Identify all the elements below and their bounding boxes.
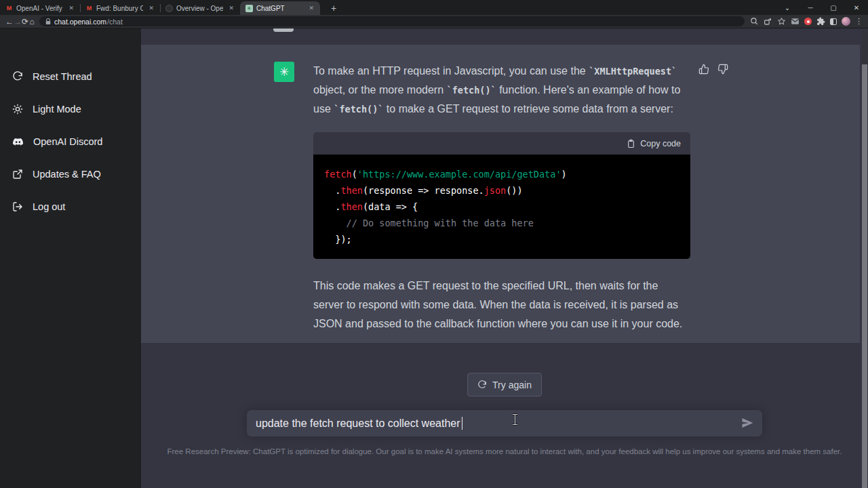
address-bar[interactable]: chat.openai.com/chat <box>39 16 745 26</box>
profile-avatar[interactable] <box>842 17 850 26</box>
footer-disclaimer: Free Research Preview: ChatGPT is optimi… <box>152 447 857 455</box>
forward-icon[interactable]: → <box>14 17 22 26</box>
thumbs-down-icon[interactable] <box>717 64 728 75</box>
share-icon[interactable] <box>764 17 772 26</box>
assistant-paragraph-1: To make an HTTP request in Javascript, y… <box>313 62 690 119</box>
browser-menu-icon[interactable]: ⋮ <box>855 17 863 26</box>
inline-code: `fetch()` <box>447 85 496 96</box>
url-host: chat.openai.com <box>54 18 106 26</box>
back-icon[interactable]: ← <box>5 17 14 26</box>
chat-input-value: update the fetch request to collect weat… <box>256 418 460 430</box>
code-content: fetch('https://www.example.com/api/getDa… <box>313 155 690 259</box>
reset-icon <box>12 71 23 82</box>
tab-title: Overview - OpenAI API <box>176 5 223 12</box>
tab-title: Fwd: Bunbury Cleaning // Web C <box>96 5 143 12</box>
clipboard-icon <box>627 139 635 148</box>
maximize-button[interactable]: ▢ <box>822 0 845 15</box>
close-icon[interactable]: ✕ <box>307 4 316 12</box>
mail-extension-icon[interactable] <box>791 17 800 26</box>
sidebar-item-light-mode[interactable]: Light Mode <box>5 95 136 123</box>
text-caret <box>462 417 463 430</box>
sidebar-item-reset-thread[interactable]: Reset Thread <box>5 62 136 91</box>
code-block: Copy code fetch('https://www.example.com… <box>313 132 690 259</box>
red-extension-icon[interactable] <box>804 18 812 25</box>
home-icon[interactable]: ⌂ <box>28 17 35 26</box>
minimize-button[interactable]: ─ <box>799 0 822 15</box>
bookmark-star-icon[interactable] <box>777 17 786 26</box>
try-again-label: Try again <box>492 380 532 390</box>
scrollbar-thumb[interactable] <box>862 64 867 488</box>
discord-icon <box>12 136 24 148</box>
chat-main: ✳ To make an HTTP request in Javascript,… <box>141 28 868 488</box>
sidebar-item-label: Reset Thread <box>33 71 92 82</box>
tab-title: OpenAI - Verify your email - rail <box>16 5 63 12</box>
extensions-puzzle-icon[interactable] <box>816 17 825 26</box>
assistant-paragraph-2: This code makes a GET request to the spe… <box>313 277 690 333</box>
sidebar-item-openai-discord[interactable]: OpenAI Discord <box>5 127 136 156</box>
tab-gmail-fwd[interactable]: M Fwd: Bunbury Cleaning // Web C ✕ <box>80 1 160 15</box>
assistant-message-row: ✳ To make an HTTP request in Javascript,… <box>141 45 860 343</box>
user-avatar-partial <box>273 28 294 32</box>
refresh-icon <box>477 380 487 390</box>
code-block-header: Copy code <box>313 132 690 155</box>
inline-code: `fetch()` <box>334 104 383 115</box>
copy-code-button[interactable]: Copy code <box>640 134 681 153</box>
sidebar-item-log-out[interactable]: Log out <box>5 192 136 221</box>
gmail-icon: M <box>85 5 93 12</box>
contrast-extension-icon[interactable] <box>830 18 837 25</box>
openai-dark-icon <box>165 5 173 12</box>
close-icon[interactable]: ✕ <box>146 4 156 12</box>
sidebar-item-label: Log out <box>33 201 65 212</box>
user-message-row-partial <box>141 28 860 45</box>
url-path: /chat <box>107 18 123 26</box>
tab-chatgpt[interactable]: ✳ ChatGPT ✕ <box>240 1 320 15</box>
new-tab-button[interactable]: + <box>327 1 340 15</box>
close-icon[interactable]: ✕ <box>66 4 76 12</box>
gmail-icon: M <box>5 5 13 12</box>
reload-icon[interactable]: ⟳ <box>22 17 28 26</box>
chatgpt-icon: ✳ <box>245 5 253 12</box>
sidebar-item-updates-faq[interactable]: Updates & FAQ <box>5 160 136 188</box>
logout-icon <box>12 201 23 212</box>
thumbs-up-icon[interactable] <box>698 64 709 75</box>
tab-gmail-verify[interactable]: M OpenAI - Verify your email - rail ✕ <box>0 1 80 15</box>
sidebar-item-label: Light Mode <box>33 104 81 115</box>
browser-window: M OpenAI - Verify your email - rail ✕ M … <box>0 0 868 488</box>
window-controls: ⌄ ─ ▢ ✕ <box>776 0 868 15</box>
sidebar-item-label: OpenAI Discord <box>33 136 102 147</box>
paper-plane-icon <box>741 416 754 430</box>
browser-toolbar: ← → ⟳ ⌂ chat.openai.com/chat ⋮ <box>0 15 868 28</box>
lock-icon <box>45 18 51 25</box>
close-icon[interactable]: ✕ <box>226 4 236 12</box>
sun-icon <box>12 104 23 115</box>
inline-code: `XMLHttpRequest` <box>589 66 677 77</box>
message-feedback <box>698 64 728 75</box>
ibeam-cursor <box>511 413 519 426</box>
sidebar-item-label: Updates & FAQ <box>33 169 101 180</box>
chevron-down-icon[interactable]: ⌄ <box>776 0 799 15</box>
assistant-message: To make an HTTP request in Javascript, y… <box>313 62 690 333</box>
zoom-icon[interactable] <box>750 17 759 26</box>
chat-input[interactable]: update the fetch request to collect weat… <box>247 410 762 436</box>
tab-title: ChatGPT <box>256 5 303 12</box>
toolbar-actions: ⋮ <box>750 17 863 26</box>
chatgpt-avatar: ✳ <box>274 62 294 82</box>
tab-openai-api[interactable]: Overview - OpenAI API ✕ <box>160 1 240 15</box>
chatgpt-page: Reset Thread Light Mode OpenAI Discord U… <box>0 28 868 488</box>
sidebar: Reset Thread Light Mode OpenAI Discord U… <box>0 28 141 488</box>
send-button[interactable] <box>741 416 754 432</box>
close-window-button[interactable]: ✕ <box>845 0 868 15</box>
try-again-button[interactable]: Try again <box>467 373 542 396</box>
tab-strip: M OpenAI - Verify your email - rail ✕ M … <box>0 0 868 15</box>
external-link-icon <box>12 169 23 180</box>
